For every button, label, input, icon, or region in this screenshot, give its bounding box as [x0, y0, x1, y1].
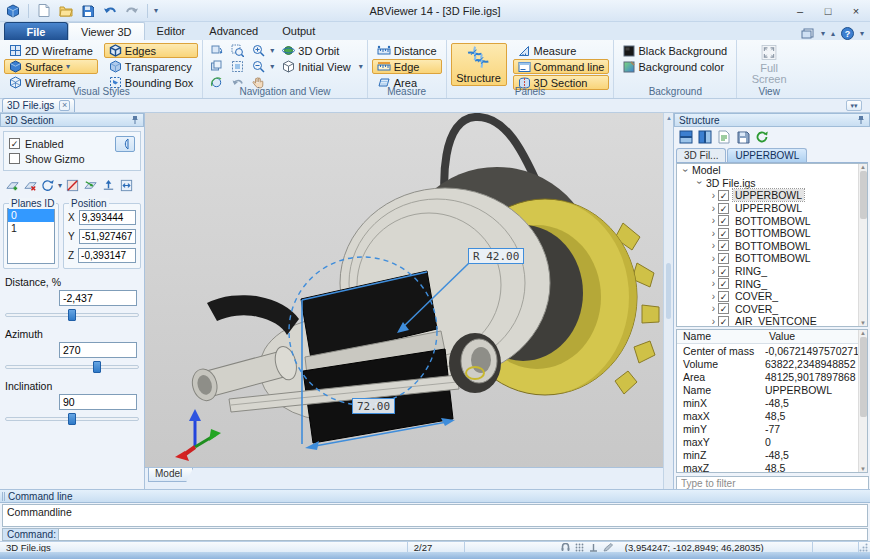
switch-windows-icon[interactable] — [801, 28, 815, 39]
distance-slider[interactable] — [5, 309, 139, 321]
refresh-structure-icon[interactable] — [754, 129, 770, 145]
surface-dropdown-icon[interactable]: ▾ — [66, 62, 70, 71]
collapse-panel-button[interactable]: ▾▾ — [846, 100, 862, 111]
tree-item-checkbox[interactable]: ✓ — [718, 278, 729, 289]
button-edges[interactable]: Edges — [104, 43, 199, 58]
property-row[interactable]: maxZ48,5 — [677, 461, 867, 473]
tree-item[interactable]: ›✓COVER_ — [677, 303, 867, 316]
tree-collapsed-icon[interactable]: › — [709, 291, 718, 302]
zoom-out-dropdown[interactable]: ▾ — [270, 62, 274, 71]
button-edge[interactable]: Edge — [372, 59, 442, 74]
tree-collapsed-icon[interactable]: › — [709, 240, 718, 251]
button-surface[interactable]: Surface▾ — [4, 59, 98, 74]
section-panel-header[interactable]: 3D Section — [0, 113, 144, 127]
tab-viewer-3d[interactable]: Viewer 3D — [68, 22, 145, 40]
property-row[interactable]: NameUPPERBOWL — [677, 383, 867, 396]
save-structure-icon[interactable] — [735, 129, 751, 145]
resize-grip[interactable] — [859, 543, 870, 552]
tree-root[interactable]: ›Model — [677, 164, 867, 177]
tree-item[interactable]: ›✓RING_ — [677, 277, 867, 290]
tree-item[interactable]: ›✓UPPERBOWL — [677, 202, 867, 215]
tree-item-checkbox[interactable]: ✓ — [718, 190, 729, 201]
quick-access-dropdown[interactable]: ▾ — [154, 6, 158, 15]
tree-item-checkbox[interactable]: ✓ — [718, 253, 729, 264]
structure-tab-file[interactable]: 3D Fil... — [676, 148, 726, 162]
tree-item-checkbox[interactable]: ✓ — [718, 203, 729, 214]
delete-plane-icon[interactable] — [22, 177, 38, 193]
button-full-screen[interactable]: Full Screen — [741, 43, 797, 86]
tree-item-checkbox[interactable]: ✓ — [718, 228, 729, 239]
tree-expanded-icon[interactable]: › — [680, 166, 691, 175]
distance-field[interactable] — [59, 290, 137, 306]
panel-grip[interactable] — [2, 492, 5, 501]
tree-expanded-icon[interactable]: › — [694, 178, 705, 187]
ortho-icon[interactable] — [589, 543, 598, 552]
filter-input[interactable] — [676, 476, 869, 490]
split-vertical-icon[interactable] — [697, 129, 713, 145]
collapse-ribbon-icon[interactable]: ▴ — [831, 29, 835, 38]
zoom-extents-icon[interactable] — [228, 59, 246, 74]
tree-collapsed-icon[interactable]: › — [709, 278, 718, 289]
dimension-length-label[interactable]: 72.00 — [352, 398, 395, 414]
pin-icon[interactable] — [857, 115, 865, 125]
model-tab[interactable]: Model — [148, 468, 193, 482]
zoom-window-icon[interactable] — [228, 43, 246, 58]
tree-item-checkbox[interactable]: ✓ — [718, 240, 729, 251]
tree-item-checkbox[interactable]: ✓ — [718, 215, 729, 226]
help-dropdown[interactable]: ▾ — [860, 29, 864, 38]
tree-collapsed-icon[interactable]: › — [709, 316, 718, 327]
rotate-view-icon[interactable] — [207, 43, 225, 58]
tree-scrollbar[interactable]: ▲ ▼ — [858, 164, 867, 326]
position-y-field[interactable] — [79, 229, 136, 244]
button-background-color[interactable]: Background color — [618, 59, 732, 74]
view-list-dropdown[interactable]: ▾ — [359, 62, 363, 71]
pan-view-icon[interactable] — [207, 59, 225, 74]
tree-collapsed-icon[interactable]: › — [709, 215, 718, 226]
snap-icon[interactable] — [561, 543, 570, 552]
tab-file[interactable]: File — [4, 22, 68, 40]
property-row[interactable]: Area48125,9017897868 — [677, 370, 867, 383]
tree-item[interactable]: ›✓COVER_ — [677, 290, 867, 303]
tab-editor[interactable]: Editor — [145, 22, 198, 40]
tree-item[interactable]: ›✓RING_ — [677, 265, 867, 278]
command-input[interactable] — [58, 528, 868, 541]
zoom-out-icon[interactable] — [249, 59, 267, 74]
command-line-header[interactable]: Command line — [0, 490, 870, 503]
property-row[interactable]: Volume63822,2348948852 — [677, 357, 867, 370]
dimension-radius-label[interactable]: R 42.00 — [468, 248, 524, 264]
inclination-slider[interactable] — [5, 413, 139, 425]
splitter-handle[interactable] — [666, 263, 671, 319]
button-panel-command-line[interactable]: Command line — [513, 59, 610, 74]
tree-collapsed-icon[interactable]: › — [709, 228, 718, 239]
button-structure[interactable]: Structure — [451, 43, 507, 86]
align-plane-icon[interactable] — [82, 177, 98, 193]
show-gizmo-checkbox[interactable] — [9, 153, 20, 164]
plane-up-icon[interactable] — [100, 177, 116, 193]
rotate-plane-dropdown[interactable]: ▾ — [58, 181, 62, 190]
button-2d-wireframe[interactable]: 2D Wireframe — [4, 43, 98, 58]
add-plane-icon[interactable] — [4, 177, 20, 193]
tree-item-checkbox[interactable]: ✓ — [718, 291, 729, 302]
minimize-button[interactable]: – — [786, 1, 814, 21]
switch-windows-dropdown[interactable]: ▾ — [821, 29, 825, 38]
split-horizontal-icon[interactable] — [678, 129, 694, 145]
properties-scrollbar[interactable]: ▲ ▼ — [858, 330, 867, 472]
redo-button[interactable] — [123, 2, 141, 20]
save-button[interactable] — [79, 2, 97, 20]
fit-plane-icon[interactable] — [118, 177, 134, 193]
tree-collapsed-icon[interactable]: › — [709, 266, 718, 277]
property-row[interactable]: Center of mass-0,067214975702711... — [677, 344, 867, 357]
tree-item[interactable]: ›✓BOTTOMBOWL — [677, 214, 867, 227]
section-symbol-button[interactable] — [115, 136, 135, 152]
zoom-in-icon[interactable] — [249, 43, 267, 58]
tree-file-node[interactable]: ›3D File.igs — [677, 177, 867, 190]
tree-collapsed-icon[interactable]: › — [709, 190, 718, 201]
pin-icon[interactable] — [131, 115, 139, 125]
azimuth-field[interactable] — [59, 342, 137, 358]
plane-list-item[interactable]: 0 — [8, 209, 54, 222]
button-transparency[interactable]: Transparency — [104, 59, 199, 74]
button-black-background[interactable]: Black Background — [618, 43, 732, 58]
tree-collapsed-icon[interactable]: › — [709, 253, 718, 264]
button-3d-orbit[interactable]: 3D Orbit — [277, 43, 344, 58]
position-z-field[interactable] — [78, 248, 136, 263]
